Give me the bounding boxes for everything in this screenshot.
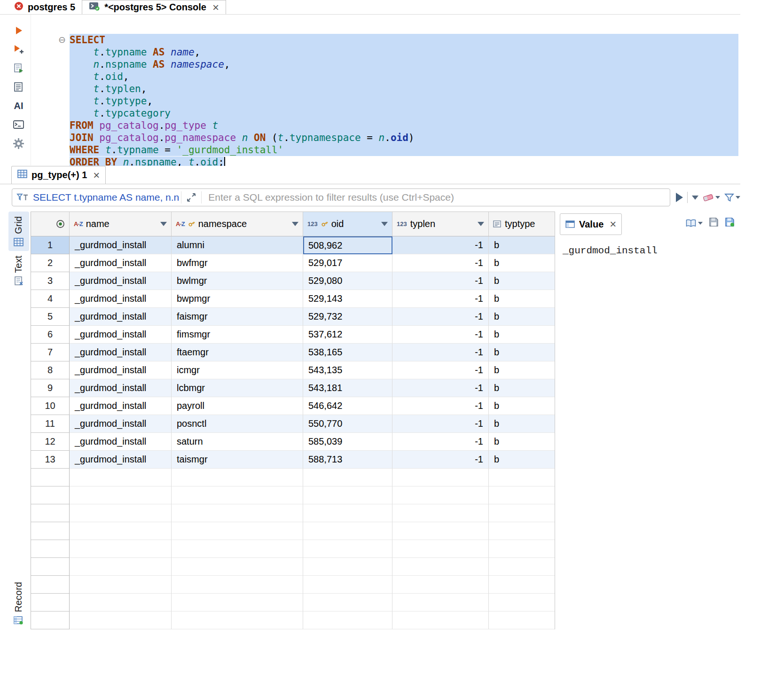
row-number[interactable]: 4	[31, 290, 70, 308]
row-number[interactable]: 9	[31, 379, 70, 397]
column-header-typtype[interactable]: typtype	[489, 212, 555, 236]
filter-query-text[interactable]: SELECT t.typname AS name, n.n	[33, 192, 179, 203]
close-icon[interactable]: ×	[610, 219, 616, 230]
open-sql-console-button[interactable]	[7, 115, 31, 134]
apply-filter-button[interactable]	[676, 193, 683, 202]
column-header-namespace[interactable]: A-Z namespace	[172, 212, 303, 236]
cell-typtype[interactable]: b	[489, 272, 555, 290]
cell-name[interactable]: _gurdmod_install	[70, 236, 172, 254]
row-selector-header[interactable]	[31, 212, 70, 236]
cell-typlen[interactable]: -1	[392, 326, 489, 344]
cell-namespace[interactable]: bwfmgr	[172, 254, 303, 272]
cell-name[interactable]: _gurdmod_install	[70, 326, 172, 344]
cell-typtype[interactable]: b	[489, 290, 555, 308]
cell-typlen[interactable]: -1	[392, 415, 489, 433]
cell-name[interactable]: _gurdmod_install	[70, 254, 172, 272]
cell-name[interactable]: _gurdmod_install	[70, 308, 172, 326]
sql-code[interactable]: SELECT t.typname AS name, n.nspname AS n…	[70, 34, 738, 168]
cell-namespace[interactable]: posnctl	[172, 415, 303, 433]
cell-oid[interactable]: 543,181	[303, 379, 392, 397]
view-tab-grid[interactable]: Grid	[8, 212, 29, 251]
row-number[interactable]: 1	[31, 236, 70, 254]
cell-name[interactable]: _gurdmod_install	[70, 361, 172, 379]
cell-oid[interactable]: 508,962	[303, 236, 392, 254]
tab-sql-console[interactable]: *<postgres 5> Console ×	[82, 0, 226, 14]
close-icon[interactable]: ×	[93, 170, 100, 181]
cell-oid[interactable]: 588,713	[303, 451, 392, 469]
cell-name[interactable]: _gurdmod_install	[70, 451, 172, 469]
cell-oid[interactable]: 538,165	[303, 344, 392, 361]
view-tab-text[interactable]: Text	[8, 251, 29, 291]
cell-oid[interactable]: 529,080	[303, 272, 392, 290]
table-row[interactable]: 11_gurdmod_installposnctl550,770-1b	[31, 415, 555, 433]
cell-typtype[interactable]: b	[489, 433, 555, 451]
table-row[interactable]: 7_gurdmod_installftaemgr538,165-1b	[31, 344, 555, 361]
open-in-viewer-button[interactable]	[685, 219, 703, 227]
table-row[interactable]: 1_gurdmod_installalumni508,962-1b	[31, 236, 555, 254]
column-header-name[interactable]: A-Z name	[70, 212, 172, 236]
column-filter-dropdown-icon[interactable]	[381, 222, 388, 226]
cell-typlen[interactable]: -1	[392, 236, 489, 254]
cell-typtype[interactable]: b	[489, 236, 555, 254]
cell-typtype[interactable]: b	[489, 379, 555, 397]
fold-collapse-icon[interactable]: ⊖	[58, 34, 66, 46]
cell-oid[interactable]: 585,039	[303, 433, 392, 451]
row-number[interactable]: 10	[31, 397, 70, 415]
cell-typlen[interactable]: -1	[392, 308, 489, 326]
cell-typlen[interactable]: -1	[392, 344, 489, 361]
cell-oid[interactable]: 529,732	[303, 308, 392, 326]
view-tab-record[interactable]: Record	[8, 577, 29, 629]
column-filter-dropdown-icon[interactable]	[478, 222, 484, 226]
table-row[interactable]: 10_gurdmod_installpayroll546,642-1b	[31, 397, 555, 415]
cell-typlen[interactable]: -1	[392, 379, 489, 397]
cell-namespace[interactable]: payroll	[172, 397, 303, 415]
cell-typlen[interactable]: -1	[392, 397, 489, 415]
cell-namespace[interactable]: fimsmgr	[172, 326, 303, 344]
table-row[interactable]: 3_gurdmod_installbwlmgr529,080-1b	[31, 272, 555, 290]
cell-typlen[interactable]: -1	[392, 361, 489, 379]
row-number[interactable]: 11	[31, 415, 70, 433]
chevron-down-icon[interactable]	[715, 196, 720, 199]
cell-namespace[interactable]: ftaemgr	[172, 344, 303, 361]
row-number[interactable]: 2	[31, 254, 70, 272]
filter-history-dropdown-icon[interactable]	[692, 196, 698, 200]
column-header-oid[interactable]: 123 oid	[303, 212, 392, 236]
row-number[interactable]: 13	[31, 451, 70, 469]
cell-typtype[interactable]: b	[489, 308, 555, 326]
execute-statement-button[interactable]	[7, 21, 31, 40]
cell-name[interactable]: _gurdmod_install	[70, 397, 172, 415]
column-filter-dropdown-icon[interactable]	[160, 222, 167, 226]
cell-oid[interactable]: 529,017	[303, 254, 392, 272]
row-number[interactable]: 3	[31, 272, 70, 290]
cell-typtype[interactable]: b	[489, 415, 555, 433]
chevron-down-icon[interactable]	[736, 196, 740, 199]
table-row[interactable]: 5_gurdmod_installfaismgr529,732-1b	[31, 308, 555, 326]
cell-typtype[interactable]: b	[489, 397, 555, 415]
column-header-typlen[interactable]: 123 typlen	[392, 212, 489, 236]
cell-oid[interactable]: 546,642	[303, 397, 392, 415]
close-icon[interactable]: ×	[212, 2, 219, 13]
explain-plan-button[interactable]	[7, 78, 31, 96]
cell-typlen[interactable]: -1	[392, 433, 489, 451]
editor-settings-gear-icon[interactable]	[7, 134, 31, 153]
cell-oid[interactable]: 537,612	[303, 326, 392, 344]
cell-oid[interactable]: 550,770	[303, 415, 392, 433]
cell-name[interactable]: _gurdmod_install	[70, 344, 172, 361]
cell-namespace[interactable]: alumni	[172, 236, 303, 254]
row-number[interactable]: 6	[31, 326, 70, 344]
value-panel-tab[interactable]: Value ×	[560, 213, 622, 235]
filter-input[interactable]: Enter a SQL expression to filter results…	[208, 192, 454, 203]
custom-filter-button[interactable]	[724, 193, 740, 202]
cell-namespace[interactable]: lcbmgr	[172, 379, 303, 397]
cell-namespace[interactable]: taismgr	[172, 451, 303, 469]
value-content[interactable]: _gurdmod_install	[555, 239, 740, 629]
table-row[interactable]: 6_gurdmod_installfimsmgr537,612-1b	[31, 326, 555, 344]
row-number[interactable]: 5	[31, 308, 70, 326]
sql-editor[interactable]: AI ⊖ SELECT t.typname AS name, n.nspname…	[0, 15, 740, 165]
execute-new-tab-button[interactable]	[7, 40, 31, 59]
row-number[interactable]: 8	[31, 361, 70, 379]
cell-namespace[interactable]: faismgr	[172, 308, 303, 326]
save-value-to-file-button[interactable]	[725, 217, 735, 229]
cell-namespace[interactable]: bwpmgr	[172, 290, 303, 308]
chevron-down-icon[interactable]	[698, 222, 703, 225]
